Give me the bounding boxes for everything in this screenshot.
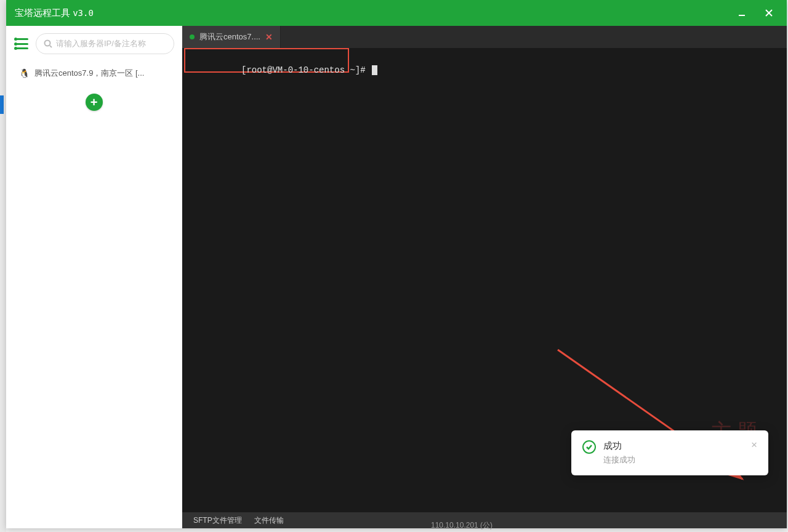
search-placeholder: 请输入服务器IP/备注名称	[56, 38, 146, 49]
tab-close-icon[interactable]: ✕	[265, 32, 273, 42]
success-check-icon	[582, 440, 596, 454]
app-window: 宝塔远程工具 v3.0 请输入服务器IP/备注名称 🐧 腾	[6, 0, 787, 528]
toast-title: 成功	[603, 440, 744, 452]
background-stub	[0, 0, 6, 532]
status-dot-icon	[190, 34, 195, 39]
terminal[interactable]: [root@VM-0-10-centos ~]# 主题 WWW.BANZHUTI…	[182, 48, 787, 512]
tab-terminal[interactable]: 腾讯云centos7.... ✕	[182, 26, 281, 48]
minimize-button[interactable]	[735, 6, 749, 20]
cursor-icon	[372, 65, 377, 75]
app-version-label: v3.0	[73, 8, 94, 18]
menu-icon[interactable]	[14, 36, 30, 52]
toast-success: 成功 连接成功 ✕	[571, 430, 768, 475]
tab-bar: 腾讯云centos7.... ✕	[182, 26, 787, 48]
app-title: 宝塔远程工具 v3.0	[15, 7, 735, 19]
app-name-label: 宝塔远程工具	[15, 7, 70, 18]
footer-fragment: 110.10.10.201 (公)	[431, 520, 492, 531]
prompt-text: [root@VM-0-10-centos ~]#	[241, 65, 371, 75]
main-panel: 腾讯云centos7.... ✕ [root@VM-0-10-centos ~]…	[182, 26, 787, 528]
background-accent	[0, 95, 4, 114]
toast-close-button[interactable]: ✕	[751, 440, 757, 450]
titlebar[interactable]: 宝塔远程工具 v3.0	[6, 0, 787, 26]
server-item-label: 腾讯云centos7.9，南京一区 [...	[34, 68, 144, 79]
close-button[interactable]	[762, 6, 776, 20]
server-item[interactable]: 🐧 腾讯云centos7.9，南京一区 [...	[14, 62, 174, 85]
svg-line-4	[50, 46, 52, 47]
tux-icon: 🐧	[18, 68, 30, 79]
add-server-button[interactable]: +	[86, 94, 103, 111]
sftp-manage-button[interactable]: SFTP文件管理	[193, 515, 242, 526]
tab-label: 腾讯云centos7....	[199, 31, 260, 42]
terminal-prompt: [root@VM-0-10-centos ~]#	[190, 55, 377, 85]
file-transfer-button[interactable]: 文件传输	[254, 515, 284, 526]
svg-point-3	[45, 41, 50, 46]
toast-message: 连接成功	[603, 454, 744, 465]
server-list: 🐧 腾讯云centos7.9，南京一区 [...	[6, 59, 182, 87]
search-input[interactable]: 请输入服务器IP/备注名称	[36, 33, 174, 54]
sidebar: 请输入服务器IP/备注名称 🐧 腾讯云centos7.9，南京一区 [... +	[6, 26, 182, 528]
